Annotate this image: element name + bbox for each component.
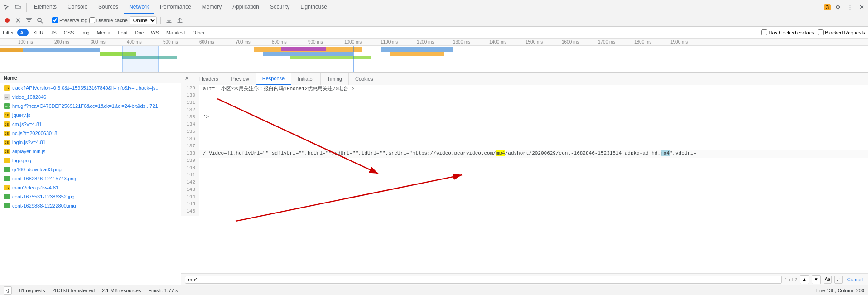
list-item[interactable]: logo.png (0, 156, 181, 165)
filter-js[interactable]: JS (48, 29, 59, 36)
list-item[interactable]: JS nc.js?t=2020063018 (0, 129, 181, 138)
search-prev-button[interactable]: ▲ (800, 275, 809, 284)
requests-count: 81 requests (19, 288, 45, 293)
ruler-mark-1400: 1400 ms (489, 39, 506, 44)
file-name: cont-1629888-12222800.img (12, 203, 76, 208)
regex-button[interactable]: .* (834, 276, 843, 284)
code-line-144: 144 (181, 194, 868, 201)
code-tab-cookies[interactable]: Cookies (349, 73, 380, 85)
blocked-requests-label[interactable]: Blocked Requests (818, 29, 865, 35)
search-icon[interactable] (35, 16, 44, 25)
list-item[interactable]: cont-1682846-12415743.png (0, 174, 181, 183)
status-bar: {} 81 requests 28.3 kB transferred 2.1 M… (0, 285, 868, 295)
filter-doc[interactable]: Doc (132, 29, 147, 36)
inspect-icon[interactable] (2, 3, 11, 12)
tab-sources[interactable]: Sources (93, 0, 124, 14)
code-tab-headers[interactable]: Headers (193, 73, 225, 85)
list-item[interactable]: JS track?APIVersion=0.6.0&t=159351316784… (0, 83, 181, 92)
tab-elements[interactable]: Elements (29, 0, 62, 14)
ruler-mark-600: 600 ms (199, 39, 214, 44)
img-icon (4, 166, 10, 173)
cancel-search-button[interactable]: Cancel (845, 277, 864, 282)
responsive-icon[interactable] (14, 3, 23, 12)
filter-media[interactable]: Media (94, 29, 113, 36)
list-item[interactable]: IMG hm.gif?hca=C476DEF2569121F6&cc=1&ck=… (0, 102, 181, 111)
tab-memory[interactable]: Memory (197, 0, 227, 14)
img-icon (4, 193, 10, 200)
code-tab-preview[interactable]: Preview (225, 73, 256, 85)
code-panel: ✕ Headers Preview Response Initiator Tim… (181, 73, 868, 285)
match-case-button[interactable]: Aa (824, 276, 832, 284)
filter-all[interactable]: All (17, 29, 28, 36)
tab-performance[interactable]: Performance (154, 0, 197, 14)
tab-security[interactable]: Security (265, 0, 295, 14)
filter-manifest[interactable]: Manifest (164, 29, 188, 36)
tab-console[interactable]: Console (62, 0, 93, 14)
file-name: aliplayer-min.js (12, 149, 45, 154)
svg-rect-22 (4, 167, 10, 172)
list-item[interactable]: JS login.js?v=4.81 (0, 138, 181, 147)
code-line-129: 129 alt=" 小区?木用关注你；报白内吗iPhone12优惠用关注70电台… (181, 85, 868, 92)
js-icon: JS (4, 121, 10, 127)
customize-icon[interactable]: ⋮ (845, 3, 854, 12)
preserve-log-checkbox[interactable] (52, 17, 58, 23)
timeline-bars (0, 46, 868, 73)
img-icon: IMG (4, 103, 10, 109)
file-name: track?APIVersion=0.6.0&t=1593513167840&l… (12, 85, 160, 91)
ruler-mark-1600: 1600 ms (562, 39, 579, 44)
search-input[interactable] (185, 276, 782, 284)
ruler-mark-100: 100 ms (18, 39, 33, 44)
disable-cache-label[interactable]: Disable cache (89, 17, 128, 23)
close-devtools-icon[interactable]: ✕ (857, 3, 866, 12)
svg-text:JS: JS (5, 186, 9, 189)
svg-text:JS: JS (5, 132, 9, 135)
tab-network[interactable]: Network (124, 0, 154, 14)
filter-other[interactable]: Other (190, 29, 208, 36)
list-item[interactable]: cont-1629888-12222800.img (0, 201, 181, 210)
search-next-button[interactable]: ▼ (812, 275, 821, 284)
img-icon (4, 175, 10, 182)
export-icon[interactable] (175, 16, 184, 25)
filter-xhr[interactable]: XHR (30, 29, 46, 36)
disable-cache-checkbox[interactable] (89, 17, 95, 23)
file-name: video_1682846 (12, 94, 46, 100)
code-tab-response[interactable]: Response (256, 73, 292, 85)
code-tab-initiator[interactable]: Initiator (291, 73, 321, 85)
list-item[interactable]: JS jquery.js (0, 111, 181, 120)
blocked-requests-checkbox[interactable] (818, 29, 824, 35)
ruler-mark-1900: 1900 ms (670, 39, 688, 44)
filter-font[interactable]: Font (115, 29, 130, 36)
list-item[interactable]: VID video_1682846 (0, 92, 181, 102)
filter-img[interactable]: Img (78, 29, 92, 36)
list-item[interactable]: cont-1675531-12386352.jpg (0, 192, 181, 201)
svg-point-2 (5, 18, 10, 23)
svg-point-3 (38, 18, 41, 22)
filter-ws[interactable]: WS (148, 29, 162, 36)
ruler-mark-1800: 1800 ms (634, 39, 651, 44)
has-blocked-cookies-checkbox[interactable] (761, 29, 767, 35)
divider-1 (48, 17, 48, 24)
list-item[interactable]: JS mainVideo.js?v=4.81 (0, 183, 181, 192)
clear-button[interactable] (14, 16, 23, 25)
import-icon[interactable] (164, 16, 174, 25)
filter-icon[interactable] (24, 16, 34, 25)
file-list-items: JS track?APIVersion=0.6.0&t=159351316784… (0, 83, 181, 285)
preserve-log-label[interactable]: Preserve log (52, 17, 87, 23)
code-tab-timing[interactable]: Timing (321, 73, 349, 85)
code-tabs: ✕ Headers Preview Response Initiator Tim… (181, 73, 868, 85)
list-item[interactable]: JS aliplayer-min.js (0, 147, 181, 156)
tab-lighthouse[interactable]: Lighthouse (295, 0, 333, 14)
settings-icon[interactable]: ⚙ (834, 3, 843, 12)
tab-application[interactable]: Application (227, 0, 265, 14)
ruler-mark-1100: 1100 ms (381, 39, 398, 44)
record-button[interactable] (3, 16, 12, 25)
code-line-146: 146 (181, 208, 868, 216)
format-button[interactable]: {} (4, 286, 12, 295)
list-item[interactable]: JS cm.js?v=4.81 (0, 120, 181, 129)
timeline-bar-mid4 (290, 56, 371, 59)
tab-close[interactable]: ✕ (181, 73, 193, 85)
has-blocked-cookies-label[interactable]: Has blocked cookies (761, 29, 814, 35)
filter-css[interactable]: CSS (61, 29, 77, 36)
list-item[interactable]: qr160_download3.png (0, 165, 181, 174)
throttle-select[interactable]: Online (130, 16, 157, 24)
